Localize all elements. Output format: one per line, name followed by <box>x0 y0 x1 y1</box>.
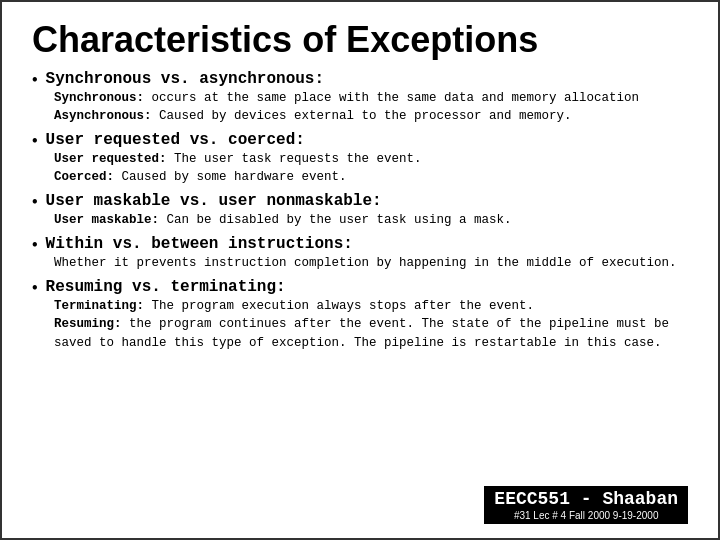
bullet-1-prefix-1: Synchronous: <box>54 91 144 105</box>
bullet-2-line-2: Coerced: Caused by some hardware event. <box>54 168 688 186</box>
bullet-title-4: Within vs. between instructions: <box>46 235 353 253</box>
bullet-2-text-2: Caused by some hardware event. <box>114 170 347 184</box>
bullet-dot-5: • <box>32 279 38 297</box>
bullet-title-2: User requested vs. coerced: <box>46 131 305 149</box>
bullet-dot-2: • <box>32 132 38 150</box>
bullet-header-1: • Synchronous vs. asynchronous: <box>32 70 688 89</box>
bullet-section-2: • User requested vs. coerced: User reque… <box>32 131 688 186</box>
bullet-1-prefix-2: Asynchronous: <box>54 109 152 123</box>
bullet-1-text-1: occurs at the same place with the same d… <box>144 91 639 105</box>
footer: EECC551 - Shaaban #31 Lec # 4 Fall 2000 … <box>32 486 688 524</box>
bullet-section-4: • Within vs. between instructions: Wheth… <box>32 235 688 272</box>
bullet-title-1: Synchronous vs. asynchronous: <box>46 70 324 88</box>
bullet-1-text-2: Caused by devices external to the proces… <box>152 109 572 123</box>
bullet-2-prefix-1: User requested: <box>54 152 167 166</box>
bullet-5-line-2: Resuming: the program continues after th… <box>54 315 688 351</box>
bullet-2-prefix-2: Coerced: <box>54 170 114 184</box>
bullet-section-3: • User maskable vs. user nonmaskable: Us… <box>32 192 688 229</box>
bullet-5-text-1: The program execution always stops after… <box>144 299 534 313</box>
bullet-4-text-1: Whether it prevents instruction completi… <box>54 256 677 270</box>
bullet-4-line-1: Whether it prevents instruction completi… <box>54 254 688 272</box>
bullet-2-line-1: User requested: The user task requests t… <box>54 150 688 168</box>
bullet-header-3: • User maskable vs. user nonmaskable: <box>32 192 688 211</box>
bullet-title-3: User maskable vs. user nonmaskable: <box>46 192 382 210</box>
bullet-5-text-2: the program continues after the event. T… <box>54 317 669 349</box>
footer-sub-text: #31 Lec # 4 Fall 2000 9-19-2000 <box>514 510 659 521</box>
bullet-5-line-1: Terminating: The program execution alway… <box>54 297 688 315</box>
content-area: • Synchronous vs. asynchronous: Synchron… <box>32 70 688 480</box>
bullet-2-text-1: The user task requests the event. <box>167 152 422 166</box>
bullet-dot-3: • <box>32 193 38 211</box>
footer-main-text: EECC551 - Shaaban <box>494 489 678 509</box>
bullet-section-1: • Synchronous vs. asynchronous: Synchron… <box>32 70 688 125</box>
bullet-3-text-1: Can be disabled by the user task using a… <box>159 213 512 227</box>
bullet-header-2: • User requested vs. coerced: <box>32 131 688 150</box>
bullet-5-prefix-1: Terminating: <box>54 299 144 313</box>
bullet-header-5: • Resuming vs. terminating: <box>32 278 688 297</box>
bullet-5-prefix-2: Resuming: <box>54 317 122 331</box>
slide: Characteristics of Exceptions • Synchron… <box>0 0 720 540</box>
bullet-1-line-2: Asynchronous: Caused by devices external… <box>54 107 688 125</box>
bullet-title-5: Resuming vs. terminating: <box>46 278 286 296</box>
bullet-header-4: • Within vs. between instructions: <box>32 235 688 254</box>
bullet-dot-4: • <box>32 236 38 254</box>
bullet-3-line-1: User maskable: Can be disabled by the us… <box>54 211 688 229</box>
bullet-section-5: • Resuming vs. terminating: Terminating:… <box>32 278 688 351</box>
bullet-dot-1: • <box>32 71 38 89</box>
bullet-1-line-1: Synchronous: occurs at the same place wi… <box>54 89 688 107</box>
bullet-3-prefix-1: User maskable: <box>54 213 159 227</box>
footer-box: EECC551 - Shaaban #31 Lec # 4 Fall 2000 … <box>484 486 688 524</box>
slide-title: Characteristics of Exceptions <box>32 20 688 60</box>
